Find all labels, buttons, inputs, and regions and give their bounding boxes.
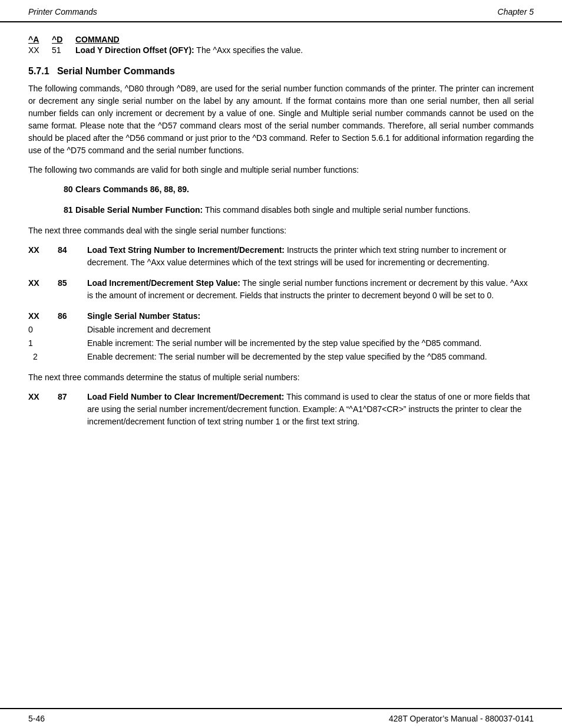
cmd-86-sub2-desc: Enable decrement: The serial number will… [87,351,534,363]
col-xx-value: XX [28,45,52,55]
cmd-81-desc-bold: Disable Serial Number Function: [75,205,203,215]
cmd-87-bold: Load Field Number to Clear Increment/Dec… [87,392,285,401]
cmd-86-xx: XX [28,310,58,322]
cmd-80-desc-bold: Clears Commands 86, 88, 89. [75,185,189,194]
section-heading: 5.7.1 Serial Number Commands [28,66,534,77]
cmd-86-block: XX 86 Single Serial Number Status: 0 Dis… [28,310,534,363]
cmd-desc-bold: Load Y Direction Offset (OFY): [75,45,194,55]
footer-left: 5-46 [28,714,45,723]
page-header: Printer Commands Chapter 5 [0,0,562,22]
page: Printer Commands Chapter 5 ^A ^D COMMAND… [0,0,562,728]
col-cmd-header: COMMAND [75,34,308,45]
cmd-86-sub1-num: 1 [28,337,58,350]
cmd-87-block: XX 87 Load Field Number to Clear Increme… [28,391,534,428]
page-footer: 5-46 428T Operator’s Manual - 880037-014… [0,708,562,728]
cmd-81-desc-rest: This command disables both single and mu… [203,205,470,215]
cmd-85-block: XX 85 Load Increment/Decrement Step Valu… [28,277,534,302]
cmd-81-num: 81 [28,204,75,216]
footer-right: 428T Operator’s Manual - 880037-0141 [389,714,534,723]
col-51-value: 51 [52,45,75,55]
cmd-86-sub1: 1 Enable increment: The serial number wi… [28,337,534,350]
cmd-86-sub1-spacer [58,337,87,350]
cmd-87-xx: XX [28,391,58,428]
cmd-85-num: 85 [58,277,87,302]
cmd-86-sub1-desc: Enable increment: The serial number will… [87,337,534,350]
cmd-86-sub2: 2 Enable decrement: The serial number wi… [28,351,534,363]
multiple-text: The next three commands determine the st… [28,371,534,384]
cmd-86-sub0-desc: Disable increment and decrement [87,324,534,336]
cmd-86-header-row: XX 86 Single Serial Number Status: [28,310,534,322]
cmd-84-bold: Load Text String Number to Increment/Dec… [87,245,285,255]
cmd-86-sub0-num: 0 [28,324,58,336]
header-left: Printer Commands [28,7,97,17]
cmd-86-sub0-spacer [58,324,87,336]
page-content: ^A ^D COMMAND XX 51 Load Y Direction Off… [0,28,562,708]
section-number: 5.7.1 [28,66,49,76]
top-command-table: ^A ^D COMMAND XX 51 Load Y Direction Off… [28,34,534,55]
cmd-81-block: 81 Disable Serial Number Function: This … [28,204,534,216]
cmd-80-block: 80 Clears Commands 86, 88, 89. [28,183,534,196]
cmd-86-sub0: 0 Disable increment and decrement [28,324,534,336]
cmd-86-sub2-num: 2 [28,351,58,363]
cmd-84-xx: XX [28,244,58,269]
cmd-description: Load Y Direction Offset (OFY): The ^Axx … [75,45,308,55]
cmd-85-desc: Load Increment/Decrement Step Value: The… [87,277,534,302]
cmd-86-num: 86 [58,310,87,322]
intro-text: The following commands, ^D80 through ^D8… [28,83,534,157]
cmd-84-num: 84 [58,244,87,269]
single-text: The next three commands deal with the si… [28,225,534,237]
cmd-desc-rest: The ^Axx specifies the value. [194,45,303,55]
col-d-header: ^D [52,34,75,45]
cmd-80-num: 80 [28,183,75,196]
header-right: Chapter 5 [498,7,534,17]
cmd-87-desc: Load Field Number to Clear Increment/Dec… [87,391,534,428]
cmd-81-desc: Disable Serial Number Function: This com… [75,204,534,216]
col-a-header: ^A [28,34,52,45]
cmd-87-num: 87 [58,391,87,428]
cmd-86-sub2-spacer [58,351,87,363]
cmd-80-desc: Clears Commands 86, 88, 89. [75,183,534,196]
cmd-85-xx: XX [28,277,58,302]
section-title: Serial Number Commands [57,66,175,76]
cmd-86-label: Single Serial Number Status: [87,310,205,322]
both-valid-text: The following two commands are valid for… [28,164,534,176]
cmd-84-block: XX 84 Load Text String Number to Increme… [28,244,534,269]
cmd-85-bold: Load Increment/Decrement Step Value: [87,278,240,288]
cmd-84-desc: Load Text String Number to Increment/Dec… [87,244,534,269]
